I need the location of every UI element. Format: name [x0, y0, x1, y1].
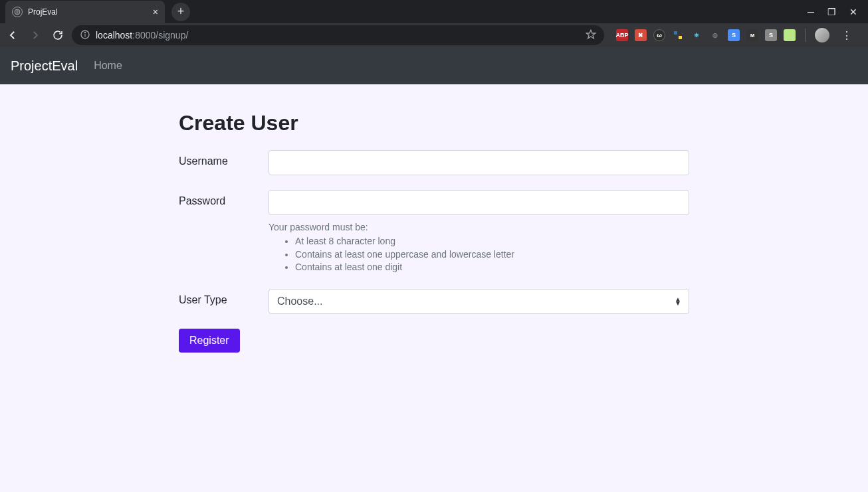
- extension-icon[interactable]: S: [765, 29, 777, 41]
- extension-icon[interactable]: м: [746, 29, 758, 41]
- extensions: ABP ✖ ω ⚛ ◎ S м S ⋮: [612, 28, 861, 42]
- username-input[interactable]: [269, 150, 689, 175]
- form-row-username: Username: [179, 150, 689, 175]
- password-rule: Contains at least one uppercase and lowe…: [295, 248, 689, 262]
- page-title: Create User: [179, 111, 689, 135]
- form-row-password: Password Your password must be: At least…: [179, 190, 689, 274]
- close-window-icon[interactable]: ✕: [849, 7, 857, 17]
- forward-icon[interactable]: [29, 29, 41, 41]
- tab-title: ProjEval: [28, 7, 148, 17]
- extension-icon[interactable]: ◎: [709, 29, 721, 41]
- svg-marker-4: [586, 30, 595, 39]
- new-tab-button[interactable]: +: [171, 3, 190, 21]
- extension-icon[interactable]: S: [728, 29, 740, 41]
- usertype-select[interactable]: Choose...: [269, 289, 689, 314]
- globe-icon: [12, 7, 23, 17]
- main-container: Create User Username Password Your passw…: [168, 84, 700, 379]
- password-rule: At least 8 character long: [295, 235, 689, 248]
- url-text: localhost:8000/signup/: [96, 30, 188, 41]
- back-icon[interactable]: [7, 29, 19, 41]
- extension-icon[interactable]: [784, 29, 796, 41]
- address-bar[interactable]: localhost:8000/signup/: [72, 25, 604, 45]
- password-label: Password: [179, 190, 269, 207]
- usertype-label: User Type: [179, 289, 269, 306]
- extension-icon[interactable]: ⚛: [691, 29, 703, 41]
- toolbar: localhost:8000/signup/ ABP ✖ ω ⚛ ◎ S м S…: [0, 23, 868, 47]
- separator: [805, 29, 806, 42]
- browser-chrome: ProjEval × + ─ ❐ ✕ localhost:8000/sign: [0, 0, 868, 47]
- info-icon[interactable]: [80, 29, 90, 42]
- profile-avatar-icon[interactable]: [815, 28, 829, 42]
- extension-icon[interactable]: [672, 29, 684, 41]
- browser-tab[interactable]: ProjEval ×: [5, 1, 165, 23]
- extension-icon[interactable]: ω: [653, 29, 665, 41]
- form-row-usertype: User Type Choose... ▲▼: [179, 289, 689, 314]
- site-navbar: ProjectEval Home: [0, 47, 868, 84]
- navbar-brand[interactable]: ProjectEval: [11, 58, 78, 74]
- password-input[interactable]: [269, 190, 689, 215]
- svg-point-3: [84, 32, 85, 33]
- page-content: ProjectEval Home Create User Username Pa…: [0, 47, 868, 492]
- tab-bar: ProjEval × + ─ ❐ ✕: [0, 0, 868, 23]
- maximize-icon[interactable]: ❐: [827, 7, 836, 17]
- window-controls: ─ ❐ ✕: [808, 7, 868, 17]
- minimize-icon[interactable]: ─: [808, 7, 814, 17]
- nav-link-home[interactable]: Home: [94, 60, 122, 72]
- bookmark-star-icon[interactable]: [586, 29, 596, 42]
- extension-icon[interactable]: ABP: [616, 29, 628, 41]
- password-help-intro: Your password must be:: [269, 222, 368, 232]
- svg-rect-6: [679, 36, 682, 39]
- register-button[interactable]: Register: [179, 329, 240, 353]
- extension-icon[interactable]: ✖: [635, 29, 647, 41]
- svg-rect-5: [674, 31, 677, 35]
- kebab-menu-icon[interactable]: ⋮: [836, 29, 857, 42]
- close-icon[interactable]: ×: [153, 7, 158, 17]
- reload-icon[interactable]: [52, 29, 64, 41]
- password-help: Your password must be: At least 8 charac…: [269, 222, 689, 274]
- username-label: Username: [179, 150, 269, 167]
- password-rule: Contains at least one digit: [295, 261, 689, 274]
